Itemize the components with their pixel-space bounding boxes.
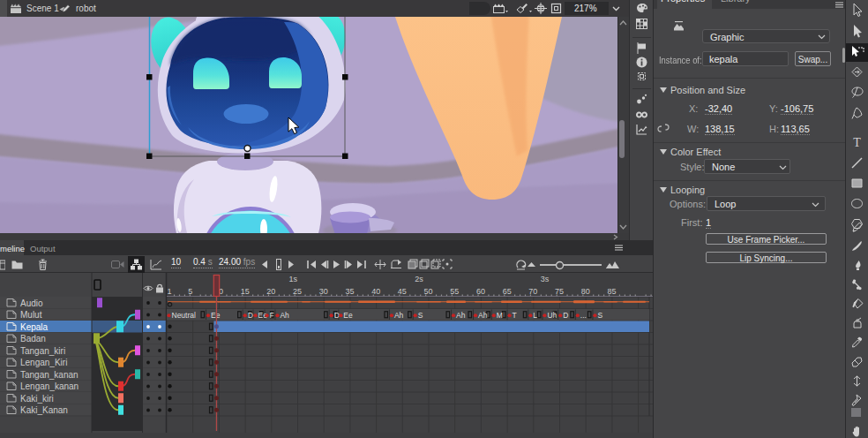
svg-text:Ah: Ah	[394, 311, 404, 320]
svg-text:20: 20	[266, 287, 275, 296]
svg-text:Audio: Audio	[20, 298, 43, 308]
svg-text:T: T	[853, 136, 861, 149]
svg-text:Lengan_Kiri: Lengan_Kiri	[20, 358, 67, 367]
svg-text:1s: 1s	[289, 275, 298, 283]
svg-text:35: 35	[345, 287, 354, 296]
svg-text:25: 25	[293, 287, 302, 296]
svg-text:Neutral: Neutral	[172, 311, 197, 320]
svg-text:Ah: Ah	[456, 311, 466, 320]
svg-text:40: 40	[371, 287, 380, 296]
svg-text:Tangan_kiri: Tangan_kiri	[20, 346, 65, 356]
svg-text:D: D	[248, 311, 253, 320]
svg-text:D: D	[334, 311, 340, 320]
svg-text:Ah: Ah	[478, 311, 488, 320]
svg-text:65: 65	[503, 287, 512, 296]
svg-text:75: 75	[555, 287, 564, 296]
svg-text:3s: 3s	[541, 275, 550, 283]
svg-text:30: 30	[319, 287, 328, 296]
svg-text:F: F	[270, 311, 274, 320]
svg-text:45: 45	[398, 287, 407, 296]
svg-text:Kaki_Kanan: Kaki_Kanan	[20, 405, 68, 415]
svg-text:S: S	[418, 311, 423, 320]
svg-text:Lengan_kanan: Lengan_kanan	[20, 381, 79, 391]
svg-text:Uh: Uh	[547, 311, 557, 320]
svg-text:5: 5	[188, 287, 192, 296]
svg-text:60: 60	[476, 287, 485, 296]
svg-text:Ee: Ee	[343, 311, 353, 320]
svg-text:Tangan_kanan: Tangan_kanan	[20, 370, 79, 380]
svg-text:S: S	[597, 311, 602, 320]
svg-text:1: 1	[168, 287, 172, 296]
svg-text:85: 85	[607, 287, 616, 296]
svg-text:...: ...	[580, 311, 587, 320]
svg-text:Badan: Badan	[20, 334, 46, 344]
svg-text:M: M	[497, 311, 503, 320]
svg-text:Mulut: Mulut	[20, 310, 42, 320]
svg-text:Kepala: Kepala	[20, 322, 49, 332]
svg-text:15: 15	[241, 287, 250, 296]
svg-text:Ah: Ah	[280, 311, 289, 320]
svg-text:T: T	[513, 311, 517, 320]
svg-text:D: D	[563, 311, 568, 320]
svg-text:Kaki_kiri: Kaki_kiri	[20, 394, 54, 404]
svg-text:2s: 2s	[415, 275, 423, 283]
svg-text:50: 50	[424, 287, 433, 296]
svg-text:L: L	[533, 311, 537, 320]
svg-text:70: 70	[528, 287, 537, 296]
svg-text:55: 55	[450, 287, 459, 296]
svg-text:80: 80	[581, 287, 590, 296]
svg-text:Ee: Ee	[211, 311, 221, 320]
